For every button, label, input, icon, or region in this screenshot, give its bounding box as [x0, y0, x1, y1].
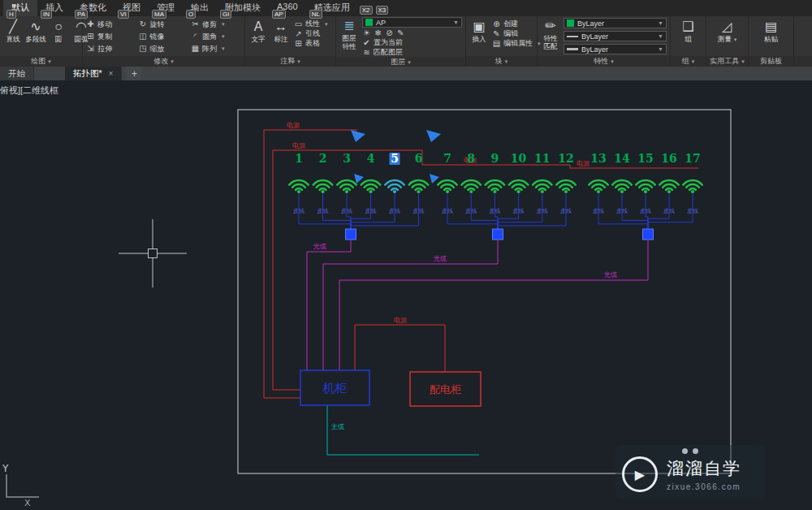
hub-node[interactable]: [346, 229, 356, 240]
chevron-down-icon: ▼: [658, 20, 663, 26]
drop-cable-label: 皮线: [365, 208, 377, 214]
match-properties-button[interactable]: ✏ 特性匹配: [541, 17, 560, 56]
wifi-ap-icon[interactable]: [659, 180, 678, 193]
ribbon-tab-2[interactable]: 插入IN: [37, 0, 71, 16]
match-layer-label: 匹配图层: [374, 48, 403, 57]
viewport-controls-label[interactable]: 俯视][二维线框: [0, 84, 58, 97]
panel-modify-title[interactable]: 修改▾: [83, 56, 244, 67]
wifi-ap-icon[interactable]: [409, 180, 428, 193]
new-tab-button[interactable]: +: [127, 67, 141, 80]
hub-node[interactable]: [643, 229, 654, 240]
ap-number: 15: [637, 152, 653, 165]
layer-on-icon[interactable]: ☀: [362, 28, 371, 37]
copy-icon: ⊞: [86, 32, 95, 41]
tab-start[interactable]: 开始: [0, 67, 34, 80]
power-label: 电源: [394, 317, 408, 324]
wifi-ap-icon[interactable]: [486, 180, 504, 193]
wifi-ap-icon[interactable]: [462, 180, 481, 193]
trim-button[interactable]: ✂修剪▾: [191, 19, 241, 29]
wifi-ap-icon[interactable]: [385, 180, 404, 193]
wifi-ap-icon[interactable]: [361, 180, 380, 193]
ribbon-tab-7[interactable]: 附加模块GI: [217, 0, 269, 16]
array-icon: ▦: [191, 44, 200, 54]
wifi-ap-icon[interactable]: [612, 180, 631, 193]
leader-icon: ↗: [294, 29, 303, 38]
ribbon-tab-4[interactable]: 视图VI: [114, 0, 149, 16]
wifi-ap-icon[interactable]: [289, 180, 308, 193]
tab-topology[interactable]: 拓扑图* ×: [65, 67, 122, 80]
ribbon-tab-3[interactable]: 参数化PA: [71, 0, 114, 16]
circle-button[interactable]: ○圆: [49, 18, 68, 56]
polyline-button[interactable]: ∿多段线: [26, 18, 45, 56]
copy-button[interactable]: ⊞复制: [86, 32, 128, 41]
group-button[interactable]: ❑组: [679, 18, 698, 56]
ribbon-tab-1[interactable]: 默认H: [3, 0, 37, 16]
ribbon-tab-8[interactable]: A360AP: [269, 0, 306, 16]
edit-block-label: 编辑: [503, 29, 518, 38]
edit-block-button[interactable]: ✎编辑: [492, 29, 541, 38]
lineweight-select[interactable]: ByLayer▼: [564, 44, 667, 54]
create-block-button[interactable]: ⊕创建: [492, 19, 541, 28]
lineweight-swatch: [567, 48, 578, 50]
fillet-button[interactable]: ◜圆角▾: [191, 32, 241, 41]
ucs-y-label: Y: [2, 463, 9, 474]
layer-properties-button[interactable]: ≣ 图层特性: [339, 17, 359, 57]
wifi-ap-icon[interactable]: [509, 180, 528, 193]
panel-block-title[interactable]: 块▾: [466, 56, 537, 67]
linear-dim-button[interactable]: ▭线性▾: [294, 19, 328, 28]
wifi-ap-icon[interactable]: [438, 180, 456, 193]
layer-off-icon[interactable]: ⊘: [385, 28, 394, 37]
ribbon-tab-6[interactable]: 输出O: [183, 0, 217, 16]
edit-attributes-button[interactable]: ▤编辑属性▾: [492, 39, 541, 48]
object-color-select[interactable]: ByLayer▼: [564, 18, 667, 28]
selection-arrow-icon: [430, 174, 439, 184]
ap-number: 9: [491, 152, 499, 165]
layer-select[interactable]: AP ▼: [362, 17, 462, 28]
leader-button[interactable]: ↗引线: [294, 29, 328, 38]
panel-clipboard-title[interactable]: 剪贴板: [749, 56, 793, 67]
main-cable-line: [327, 405, 479, 455]
scale-button[interactable]: ◳缩放: [138, 44, 181, 54]
circle-label: 圆: [55, 35, 63, 43]
text-button[interactable]: A文字: [248, 18, 268, 56]
panel-utilities-title[interactable]: 实用工具▾: [706, 56, 748, 67]
panel-annotate-title[interactable]: 注释▾: [245, 56, 335, 67]
insert-block-button[interactable]: ▣插入: [469, 18, 489, 56]
panel-properties-title[interactable]: 特性▾: [538, 56, 670, 67]
layer-color-swatch: [365, 19, 373, 26]
wifi-ap-icon[interactable]: [636, 180, 654, 193]
close-tab-icon[interactable]: ×: [109, 69, 114, 78]
drawing-canvas[interactable]: 俯视][二维线框 电源电源电源电源电源光缆光缆光缆主缆皮线1皮线2皮线3皮线4皮…: [0, 80, 812, 510]
ribbon-tab-5[interactable]: 管理MA: [149, 0, 183, 16]
paste-button[interactable]: ▤粘贴: [762, 18, 781, 56]
linetype-select[interactable]: ByLayer▼: [564, 31, 667, 41]
array-button[interactable]: ▦阵列▾: [191, 44, 241, 54]
wifi-ap-icon[interactable]: [556, 180, 575, 193]
match-layer-button[interactable]: ≋匹配图层: [362, 48, 462, 57]
wifi-ap-icon[interactable]: [313, 180, 332, 193]
table-button[interactable]: ⊞表格: [294, 39, 328, 48]
ribbon-tab-9[interactable]: 精选应用NL: [306, 0, 358, 16]
panel-group-title[interactable]: 组▾: [671, 56, 706, 67]
move-button[interactable]: ✚移动: [86, 19, 128, 29]
dimension-button[interactable]: ↔标注: [271, 18, 291, 56]
wifi-ap-icon[interactable]: [337, 180, 356, 193]
mirror-button[interactable]: ◫镜像: [138, 32, 181, 41]
line-button[interactable]: ╱直线: [3, 18, 23, 56]
ribbon-filler: [794, 16, 812, 67]
wifi-ap-icon[interactable]: [589, 180, 607, 193]
fiber-label: 光缆: [434, 255, 447, 262]
layer-isolate-icon[interactable]: ✎: [396, 28, 405, 37]
panel-draw-title[interactable]: 绘图▾: [0, 56, 82, 67]
measure-button[interactable]: ◿测量▾: [717, 18, 738, 56]
hub-node[interactable]: [493, 229, 503, 240]
stretch-button[interactable]: ⇲拉伸: [86, 44, 128, 54]
set-current-button[interactable]: ✔置为当前: [362, 38, 462, 47]
rotate-button[interactable]: ↻旋转: [138, 19, 181, 29]
panel-clipboard: ▤粘贴 剪贴板: [749, 16, 794, 67]
wifi-ap-icon[interactable]: [683, 180, 702, 193]
measure-label: 测量▾: [718, 35, 737, 44]
layer-freeze-icon[interactable]: ❄: [374, 28, 382, 37]
wifi-ap-icon[interactable]: [533, 180, 551, 193]
panel-properties: ✏ 特性匹配 ByLayer▼ ByLayer▼ ByLayer▼ 特性▾: [538, 16, 671, 67]
